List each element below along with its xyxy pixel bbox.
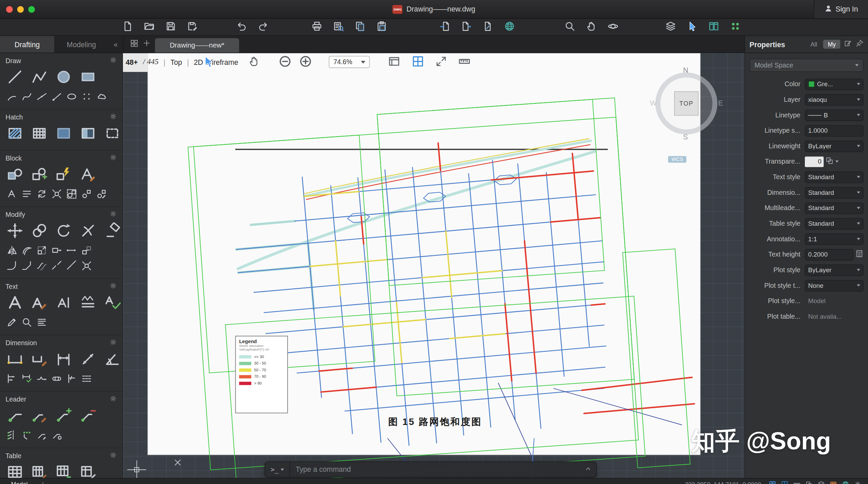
tool-gradient[interactable] [80,125,96,142]
prop-plot-style-t-dropdown[interactable]: None [805,280,864,291]
collapse-command-button[interactable] [580,464,596,474]
viewport-grid-toggle[interactable] [781,481,788,484]
content-browser-button[interactable] [730,21,741,33]
tool-chamfer[interactable] [22,260,32,271]
prop-layer-dropdown[interactable]: xiaoqu [805,94,864,105]
prop-plot-style-dropdown[interactable]: ByLayer [805,264,864,276]
publish-web-button[interactable] [504,21,515,33]
tool-explode[interactable] [82,260,92,271]
redo-button[interactable] [258,21,269,33]
transparency-toggle[interactable] [806,481,813,484]
compass-east[interactable]: E [718,99,723,107]
tool-dimension[interactable] [7,351,23,367]
tool-palettes-button[interactable] [708,21,719,33]
tool-attribute-edit[interactable] [80,166,96,183]
zoom-out-button[interactable] [279,55,291,69]
layer-properties-button[interactable] [665,21,676,33]
ruler-button[interactable] [458,55,471,69]
tool-polyline[interactable] [31,69,48,85]
tool-ellipse[interactable] [67,91,77,101]
tool-rotate[interactable] [55,222,72,239]
ruler-toggle[interactable] [793,481,800,484]
tool-manage-attributes[interactable] [22,188,32,199]
compass-south[interactable]: S [683,133,688,141]
tool-trim[interactable] [80,222,96,239]
publish-web-toggle[interactable] [842,481,849,484]
tool-offset[interactable] [22,245,32,255]
tool-edit-leader[interactable] [37,430,47,440]
layer-properties-toggle[interactable] [818,481,825,484]
tool-insert[interactable] [7,166,23,183]
tool-multiline-text[interactable] [7,294,23,311]
save-as-button[interactable] [187,21,198,33]
tool-rectangle[interactable] [80,69,96,85]
prop-color-dropdown[interactable]: Gre... [805,78,864,90]
new-layout-button[interactable] [40,481,46,484]
zoom-button[interactable] [565,21,575,33]
tool-sync-attributes[interactable] [37,188,47,199]
tool-ungroup[interactable] [82,188,92,199]
tool-edit-text[interactable] [7,317,17,327]
tool-stretch[interactable] [52,245,62,255]
tab-overview-button[interactable] [130,39,138,50]
tool-arc[interactable] [7,91,17,101]
viewcube-top-face[interactable]: TOP [674,91,699,116]
tool-dimension-space[interactable] [82,373,92,384]
tool-mirror[interactable] [7,245,17,255]
tool-align[interactable] [82,245,92,255]
tab-drafting[interactable]: Drafting [0,36,54,53]
viewcube[interactable]: TOP N W E S [650,67,723,140]
pan-control[interactable] [249,56,260,68]
attach-button[interactable] [483,21,493,33]
plot-preview-button[interactable] [333,21,344,33]
view-control[interactable]: Top [170,58,182,66]
tool-construction-line[interactable] [37,91,47,101]
tool-erase[interactable] [104,222,121,239]
tool-define-attribute[interactable] [7,188,17,199]
transparency-button[interactable] [825,156,833,167]
tool-find-replace[interactable] [22,317,32,327]
smart-select-button[interactable] [687,21,698,33]
zoom-level-dropdown[interactable]: 74.6% [329,56,370,68]
tool-angular-dimension[interactable] [104,351,121,367]
calc-button[interactable] [855,249,863,260]
new-tab-button[interactable] [143,39,151,49]
tool-align-leaders[interactable] [7,430,17,440]
compass-north[interactable]: N [683,66,688,74]
close-window-button[interactable] [6,6,13,13]
section-settings-button[interactable] [110,451,117,461]
tool-inspect-dimension[interactable] [52,373,62,384]
tool-dimension-style[interactable] [31,351,48,367]
tool-multileader-style[interactable] [31,407,48,424]
tool-ray[interactable] [52,91,62,101]
import-file-button[interactable] [439,21,450,33]
save-button[interactable] [165,21,176,33]
tool-group-edit[interactable] [96,188,107,199]
pin-panel-button[interactable] [856,39,864,49]
document-tab[interactable]: Drawing——new* [155,38,239,52]
orbit-button[interactable] [608,21,618,33]
tool-spline[interactable] [22,91,32,101]
section-settings-button[interactable] [110,282,117,292]
tool-remove-leader[interactable] [80,407,96,424]
filter-my-button[interactable]: My [823,40,840,49]
tool-hatch-solid[interactable] [55,125,72,142]
tool-baseline-dimension[interactable] [7,373,17,384]
zoom-in-button[interactable] [300,55,312,69]
tool-dimension-break[interactable] [67,373,77,384]
new-file-button[interactable] [122,21,133,33]
section-settings-button[interactable] [110,210,117,220]
tool-revision-cloud[interactable] [96,91,107,101]
tool-lengthen[interactable] [67,245,77,255]
prop-annotatio-dropdown[interactable]: 1:1 [805,233,864,245]
tool-aligned-dimension[interactable] [80,351,96,367]
tool-leader-settings[interactable] [52,430,62,440]
layout-button[interactable] [388,55,400,69]
prop-text-height-input[interactable]: 0.2000 [805,249,853,260]
viewport-config-button[interactable] [412,55,424,69]
tool-justify[interactable] [37,317,47,327]
selection-dropdown[interactable]: Model Space [749,59,864,72]
grid-overview-toggle[interactable] [769,481,776,484]
section-settings-button[interactable] [110,338,117,348]
copy-clipboard-button[interactable] [355,21,365,33]
